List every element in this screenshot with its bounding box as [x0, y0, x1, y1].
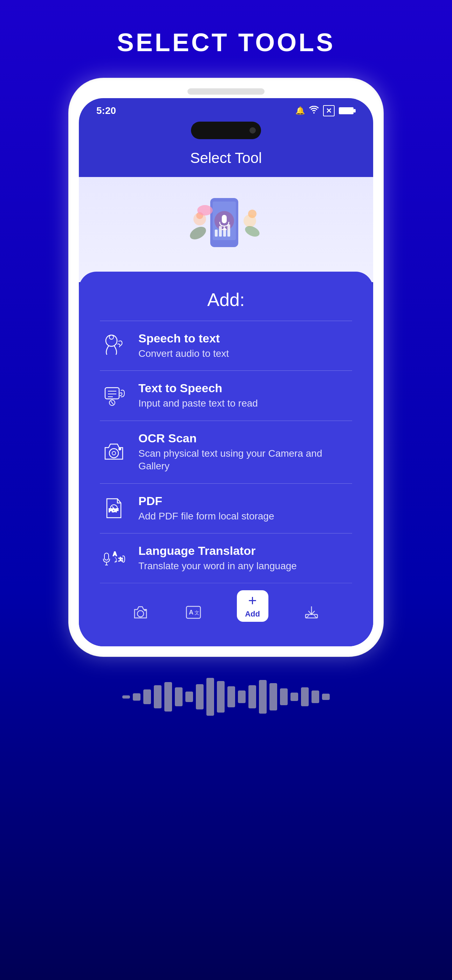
speech-to-text-text: Speech to text Convert audio to text: [138, 332, 352, 360]
wave-bar: [269, 683, 277, 711]
dynamic-island: [79, 122, 373, 139]
language-translator-icon: A 文: [100, 544, 128, 573]
az-nav-icon: A 文: [184, 603, 203, 622]
wave-bar: [248, 685, 256, 708]
svg-rect-0: [339, 107, 353, 114]
svg-rect-21: [105, 388, 119, 399]
svg-point-17: [188, 224, 208, 242]
svg-point-28: [112, 452, 116, 455]
wave-bar: [122, 695, 130, 699]
svg-rect-8: [215, 229, 218, 237]
phone-frame: 5:20 🔔 ✕: [68, 78, 384, 657]
wave-bar: [185, 692, 193, 702]
speech-to-text-title: Speech to text: [138, 332, 352, 345]
wifi-icon: [309, 106, 319, 116]
nav-add-button[interactable]: + Add: [237, 590, 268, 622]
bottom-nav: A 文 + Add: [100, 583, 352, 639]
svg-point-39: [144, 609, 146, 611]
wave-bar: [228, 686, 235, 707]
pdf-subtitle: Add PDF file form local storage: [138, 510, 352, 523]
screen-header: Select Tool: [79, 143, 373, 177]
language-translator-title: Language Translator: [138, 544, 352, 558]
hero-area: [79, 177, 373, 282]
wave-bar: [322, 694, 330, 700]
ocr-scan-title: OCR Scan: [138, 431, 352, 445]
tool-item-ocr-scan[interactable]: OCR Scan Scan physical text using your C…: [100, 421, 352, 483]
wave-bar: [238, 690, 246, 703]
camera-icon-svg: [102, 440, 126, 465]
svg-rect-9: [219, 226, 222, 237]
text-to-speech-title: Text to Speech: [138, 381, 352, 395]
status-icons: 🔔 ✕: [295, 105, 356, 116]
language-translator-subtitle: Translate your word in any language: [138, 560, 352, 573]
text-to-speech-text: Text to Speech Input and paste text to r…: [138, 381, 352, 410]
svg-point-19: [106, 335, 117, 346]
status-bar: 5:20 🔔 ✕: [79, 98, 373, 120]
svg-text:A: A: [189, 609, 193, 616]
wave-bar: [280, 688, 288, 705]
svg-point-20: [109, 335, 113, 339]
text-to-speech-icon: [100, 382, 128, 410]
language-translator-text: Language Translator Translate your word …: [138, 544, 352, 573]
svg-point-14: [197, 205, 213, 216]
wave-bar: [154, 685, 162, 708]
ocr-scan-text: OCR Scan Scan physical text using your C…: [138, 431, 352, 473]
waveform-area: [122, 678, 330, 744]
tool-item-pdf[interactable]: PDF PDF Add PDF file form local storage: [100, 483, 352, 533]
dynamic-island-pill: [191, 122, 261, 139]
nav-item-translate[interactable]: A 文: [184, 603, 203, 622]
wave-bar: [259, 680, 267, 714]
add-plus-icon: +: [248, 593, 257, 608]
svg-line-26: [111, 401, 113, 404]
screen-title: Select Tool: [190, 150, 262, 166]
wave-bar: [206, 678, 214, 716]
wave-bar: [143, 689, 151, 704]
content-panel: Add: Speech: [79, 272, 373, 646]
text-to-speech-subtitle: Input and paste text to read: [138, 397, 352, 410]
wave-bar: [290, 693, 298, 701]
download-nav-icon: [302, 603, 321, 622]
tool-item-speech-to-text[interactable]: Speech to text Convert audio to text: [100, 321, 352, 371]
wave-bar: [175, 687, 183, 706]
tool-item-language-translator[interactable]: A 文 Language Translator Translate your w…: [100, 533, 352, 583]
pdf-icon: PDF: [100, 494, 128, 522]
wave-bar: [312, 690, 319, 703]
tool-item-text-to-speech[interactable]: Text to Speech Input and paste text to r…: [100, 371, 352, 420]
svg-point-27: [109, 449, 118, 458]
svg-rect-11: [228, 224, 230, 237]
camera-dot: [250, 127, 256, 134]
bell-icon: 🔔: [295, 106, 305, 115]
speech-to-text-icon: [100, 332, 128, 360]
svg-rect-10: [223, 228, 226, 237]
svg-text:A: A: [113, 551, 117, 557]
ocr-scan-subtitle: Scan physical text using your Camera and…: [138, 447, 352, 473]
wave-bar: [133, 693, 140, 701]
phone-screen: 5:20 🔔 ✕: [79, 98, 373, 646]
svg-point-38: [137, 611, 144, 617]
status-time: 5:20: [96, 105, 116, 116]
wave-bar: [301, 687, 309, 706]
svg-rect-5: [222, 215, 227, 223]
svg-rect-1: [353, 109, 356, 113]
phone-notch-bar: [79, 88, 373, 95]
tool-list: Speech to text Convert audio to text: [100, 321, 352, 583]
hero-illustration: [188, 191, 264, 261]
speech-icon-svg: [102, 334, 126, 358]
pdf-icon-svg: PDF: [102, 496, 126, 520]
phone-notch: [188, 88, 264, 95]
page-title: SELECT TOOLS: [117, 28, 335, 57]
svg-point-16: [248, 210, 256, 218]
wave-bar: [196, 684, 204, 710]
pdf-text: PDF Add PDF file form local storage: [138, 494, 352, 523]
x-icon: ✕: [323, 105, 334, 116]
pdf-title: PDF: [138, 494, 352, 508]
wave-bar: [217, 681, 224, 713]
nav-item-download[interactable]: [302, 603, 321, 622]
tts-icon-svg: [102, 383, 126, 408]
nav-item-camera[interactable]: [131, 603, 150, 622]
camera-nav-icon: [131, 603, 150, 622]
svg-point-29: [119, 448, 121, 450]
speech-to-text-subtitle: Convert audio to text: [138, 347, 352, 360]
translate-icon-svg: A 文: [102, 546, 126, 571]
battery-icon: [339, 107, 356, 115]
